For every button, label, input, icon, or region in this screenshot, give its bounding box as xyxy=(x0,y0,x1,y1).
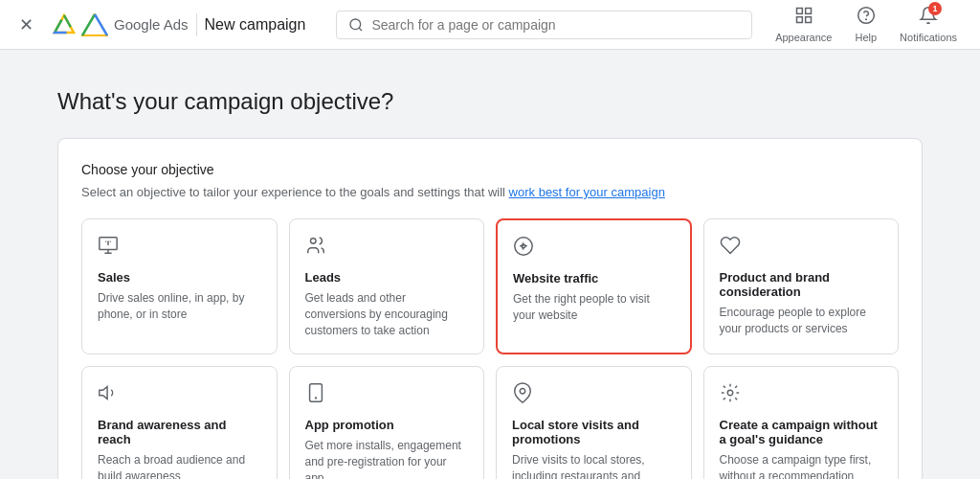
svg-rect-11 xyxy=(805,17,811,23)
card-description: Select an objective to tailor your exper… xyxy=(81,185,899,199)
website-traffic-title: Website traffic xyxy=(513,271,675,285)
brand-awareness-icon xyxy=(98,382,261,408)
objectives-grid: Sales Drive sales online, in app, by pho… xyxy=(81,218,899,479)
header-actions: Appearance Help 1 Notifications xyxy=(768,2,965,47)
svg-point-15 xyxy=(310,239,316,244)
objective-card-container: Choose your objective Select an objectiv… xyxy=(57,138,923,479)
brand-awareness-desc: Reach a broad audience and build awarene… xyxy=(98,452,261,479)
page-title: What's your campaign objective? xyxy=(57,88,923,115)
search-bar[interactable] xyxy=(336,11,752,39)
help-button[interactable]: Help xyxy=(847,2,884,47)
no-goal-title: Create a campaign without a goal's guida… xyxy=(720,418,883,446)
search-input[interactable] xyxy=(371,17,740,33)
description-link[interactable]: work best for your campaign xyxy=(509,185,665,199)
no-goal-icon xyxy=(720,382,883,408)
app-promotion-title: App promotion xyxy=(305,418,469,432)
objective-brand-awareness[interactable]: Brand awareness and reach Reach a broad … xyxy=(81,366,278,479)
notifications-button[interactable]: 1 Notifications xyxy=(892,2,965,47)
product-brand-desc: Encourage people to explore your product… xyxy=(720,305,883,337)
header-divider xyxy=(196,13,197,36)
svg-point-12 xyxy=(858,8,874,24)
notification-badge: 1 xyxy=(928,2,942,15)
appearance-button[interactable]: Appearance xyxy=(768,2,839,47)
objective-no-goal[interactable]: Create a campaign without a goal's guida… xyxy=(703,366,900,479)
svg-rect-10 xyxy=(796,17,802,23)
app-promotion-icon xyxy=(305,382,469,408)
svg-marker-0 xyxy=(55,15,74,33)
svg-point-6 xyxy=(350,19,361,30)
product-brand-icon xyxy=(720,235,883,261)
svg-marker-2 xyxy=(55,15,74,33)
header: ✕ Google Ads New campaign xyxy=(0,0,980,50)
notifications-icon: 1 xyxy=(919,6,938,30)
sales-icon xyxy=(98,235,261,261)
svg-rect-8 xyxy=(796,9,802,14)
objective-website-traffic[interactable]: Website traffic Get the right people to … xyxy=(496,218,692,354)
product-brand-title: Product and brand consideration xyxy=(720,270,883,299)
appearance-icon xyxy=(794,6,813,30)
no-goal-desc: Choose a campaign type first, without a … xyxy=(720,452,883,479)
search-icon xyxy=(348,17,364,33)
sales-desc: Drive sales online, in app, by phone, or… xyxy=(98,290,261,323)
local-store-icon xyxy=(512,382,676,408)
local-store-title: Local store visits and promotions xyxy=(512,418,676,446)
local-store-desc: Drive visits to local stores, including … xyxy=(512,452,676,479)
main-content: What's your campaign objective? Choose y… xyxy=(0,50,980,479)
leads-desc: Get leads and other conversions by encou… xyxy=(305,290,469,338)
brand-awareness-title: Brand awareness and reach xyxy=(98,418,261,446)
svg-line-4 xyxy=(82,14,95,35)
objective-app-promotion[interactable]: App promotion Get more installs, engagem… xyxy=(289,366,485,479)
help-icon xyxy=(857,6,876,30)
svg-marker-17 xyxy=(100,387,107,399)
svg-point-21 xyxy=(727,391,733,397)
logo-text: Google Ads xyxy=(114,16,189,33)
sales-title: Sales xyxy=(98,270,261,285)
website-traffic-desc: Get the right people to visit your websi… xyxy=(513,291,675,324)
google-ads-icon xyxy=(81,13,108,36)
svg-marker-3 xyxy=(82,14,107,35)
appearance-label: Appearance xyxy=(775,32,832,43)
header-title: New campaign xyxy=(205,16,306,34)
notifications-label: Notifications xyxy=(900,32,957,43)
svg-rect-9 xyxy=(805,9,811,14)
leads-icon xyxy=(305,235,469,261)
svg-line-5 xyxy=(95,14,107,35)
google-ads-logo: Google Ads xyxy=(53,13,189,36)
website-traffic-icon xyxy=(513,236,675,262)
google-ads-logo-icon xyxy=(53,13,76,36)
objective-local-store[interactable]: Local store visits and promotions Drive … xyxy=(496,366,692,479)
close-button[interactable]: ✕ xyxy=(15,11,37,39)
logo-area: Google Ads New campaign xyxy=(53,13,305,36)
objective-sales[interactable]: Sales Drive sales online, in app, by pho… xyxy=(81,218,278,354)
app-promotion-desc: Get more installs, engagement and pre-re… xyxy=(305,438,469,479)
help-label: Help xyxy=(855,32,877,43)
svg-marker-1 xyxy=(55,15,74,33)
objective-product-brand[interactable]: Product and brand consideration Encourag… xyxy=(703,218,900,354)
svg-line-7 xyxy=(359,28,362,31)
svg-point-20 xyxy=(520,389,525,395)
card-subtitle: Choose your objective xyxy=(81,162,899,177)
leads-title: Leads xyxy=(305,270,469,285)
objective-leads[interactable]: Leads Get leads and other conversions by… xyxy=(289,218,485,354)
